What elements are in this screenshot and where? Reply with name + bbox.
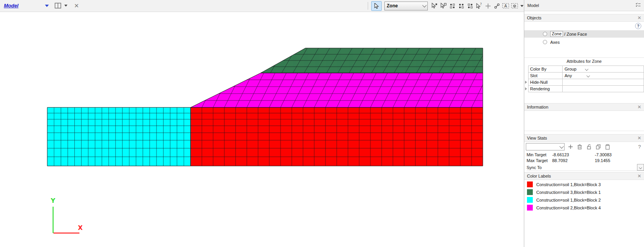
information-body xyxy=(524,111,644,131)
x-axis-label: X xyxy=(78,224,83,231)
chevron-down-icon xyxy=(586,74,590,77)
selection-mode-combobox[interactable]: Zone xyxy=(384,2,428,10)
unlock-icon[interactable] xyxy=(585,143,592,150)
axes-object-label: Axes xyxy=(550,40,560,45)
colorby-value: Group xyxy=(565,67,577,71)
help-icon[interactable]: ? xyxy=(635,23,641,29)
zone-block3-red[interactable] xyxy=(191,107,483,166)
delete-trash-icon[interactable] xyxy=(576,143,583,150)
view-toolbar: Model ✕ Zone xyxy=(0,0,524,12)
color-label-item[interactable]: Construction=soil 3,Block=Block 1 xyxy=(527,188,644,196)
objects-section-bar: Objects ✕ xyxy=(524,14,644,22)
paste-icon[interactable] xyxy=(604,143,611,150)
attribute-row-colorby: Color By Group xyxy=(529,66,644,72)
attribute-label: Slot xyxy=(529,73,563,79)
rendering-value[interactable] xyxy=(563,86,644,92)
panel-header: Model xyxy=(524,0,644,11)
color-labels-section-title: Color Labels xyxy=(527,174,637,178)
link-icon[interactable] xyxy=(493,2,501,10)
svg-text:?: ? xyxy=(480,3,482,6)
information-close-icon[interactable]: ✕ xyxy=(637,105,641,109)
visibility-circle-icon[interactable] xyxy=(543,40,547,44)
min-target-value-1: -8.66123 xyxy=(552,152,595,157)
view-stats-close-icon[interactable]: ✕ xyxy=(637,136,641,140)
zone-block1-green[interactable] xyxy=(230,48,487,73)
slot-combobox[interactable]: Any xyxy=(563,73,644,79)
model-canvas[interactable]: YX xyxy=(0,12,524,247)
zone-block2-cyan[interactable] xyxy=(47,107,191,166)
color-label-text: Construction=soil 1,Block=Block 2 xyxy=(536,198,601,202)
objects-close-icon[interactable]: ✕ xyxy=(637,16,641,20)
application-window: Model ✕ Zone xyxy=(0,0,644,247)
max-target-label: Max Target xyxy=(527,158,552,163)
min-target-value-2: -7.30083 xyxy=(595,152,611,157)
attribute-row-rendering: Rendering xyxy=(529,85,644,92)
selection-mode-value: Zone xyxy=(387,3,421,9)
objects-item-zone[interactable]: Zone / Zone Face xyxy=(524,30,644,38)
crosshair-plus-icon[interactable] xyxy=(484,2,492,10)
color-labels-section-bar: Color Labels ✕ xyxy=(524,172,644,180)
zone-face-object-label: / Zone Face xyxy=(564,32,587,36)
view-stats-combobox[interactable] xyxy=(526,143,565,150)
min-target-row: Min Target -8.66123 -7.30083 xyxy=(527,152,644,157)
split-view-caret-icon[interactable] xyxy=(64,5,67,7)
attribute-label: Rendering xyxy=(529,86,563,92)
group-box-caret-icon[interactable] xyxy=(520,5,523,7)
view-stats-toolbar: ? xyxy=(526,143,642,150)
add-icon[interactable] xyxy=(567,143,574,150)
zone-object-label: Zone xyxy=(550,31,563,37)
hidenull-value[interactable] xyxy=(563,79,644,85)
attribute-row-slot: Slot Any xyxy=(529,72,644,79)
max-target-value-1: 88.7092 xyxy=(552,158,595,163)
group-box-icon[interactable] xyxy=(511,2,518,10)
close-view-icon[interactable]: ✕ xyxy=(73,2,81,10)
chevron-down-icon xyxy=(422,3,427,7)
objects-section-title: Objects xyxy=(527,16,637,20)
query-cursor-icon[interactable]: ? xyxy=(475,2,483,10)
select-invert-icon[interactable] xyxy=(466,2,474,10)
attribute-label: Color By xyxy=(529,66,563,72)
color-swatch-magenta xyxy=(527,205,533,211)
chevron-down-icon xyxy=(585,67,588,71)
view-tab-model[interactable]: Model xyxy=(4,3,19,9)
select-arrow-tool-button[interactable] xyxy=(371,1,382,11)
color-label-text: Construction=soil 2,Block=Block 4 xyxy=(536,206,601,210)
select-all-icon[interactable] xyxy=(457,2,465,10)
panel-title: Model xyxy=(527,3,635,8)
list-options-icon[interactable] xyxy=(635,2,641,9)
color-label-text: Construction=soil 1,Block=Block 3 xyxy=(536,182,601,187)
select-window-icon[interactable] xyxy=(439,2,447,10)
attribute-label: Hide-Null xyxy=(529,79,563,85)
information-section-title: Information xyxy=(527,105,637,109)
min-target-label: Min Target xyxy=(527,152,552,157)
zone-block4-magenta[interactable] xyxy=(160,73,489,107)
tab-dropdown-caret-icon[interactable] xyxy=(45,5,49,7)
expander-icon[interactable] xyxy=(525,87,527,90)
attributes-table: Color By Group Slot Any Hide-Null xyxy=(528,66,644,92)
axes-triad-icon: YX xyxy=(50,197,83,233)
expander-icon[interactable] xyxy=(525,81,527,84)
model-3d-view[interactable]: YX xyxy=(0,12,524,247)
view-stats-help-icon[interactable]: ? xyxy=(638,144,642,150)
color-label-item[interactable]: Construction=soil 1,Block=Block 3 xyxy=(527,181,644,188)
split-view-icon[interactable] xyxy=(54,2,62,10)
color-label-text: Construction=soil 3,Block=Block 1 xyxy=(536,190,601,195)
sync-to-label: Sync To xyxy=(527,165,542,170)
annotation-box-icon[interactable]: A xyxy=(502,2,510,10)
selection-toolbar: Zone ? xyxy=(366,0,523,12)
max-target-row: Max Target 88.7092 19.1455 xyxy=(527,158,644,163)
svg-text:A: A xyxy=(505,4,507,8)
copy-icon[interactable] xyxy=(595,143,602,150)
colorby-combobox[interactable]: Group xyxy=(563,66,644,72)
color-labels-close-icon[interactable]: ✕ xyxy=(637,174,641,178)
y-axis-label: Y xyxy=(50,197,55,204)
objects-item-axes[interactable]: Axes xyxy=(524,38,644,46)
slot-value: Any xyxy=(565,73,572,78)
color-label-item[interactable]: Construction=soil 1,Block=Block 2 xyxy=(527,196,644,204)
color-label-item[interactable]: Construction=soil 2,Block=Block 4 xyxy=(527,204,644,211)
select-none-icon[interactable] xyxy=(448,2,456,10)
information-section-bar: Information ✕ xyxy=(524,103,644,111)
sync-to-combobox[interactable] xyxy=(637,164,644,171)
select-new-icon[interactable] xyxy=(430,2,438,10)
visibility-circle-icon[interactable] xyxy=(543,32,547,36)
